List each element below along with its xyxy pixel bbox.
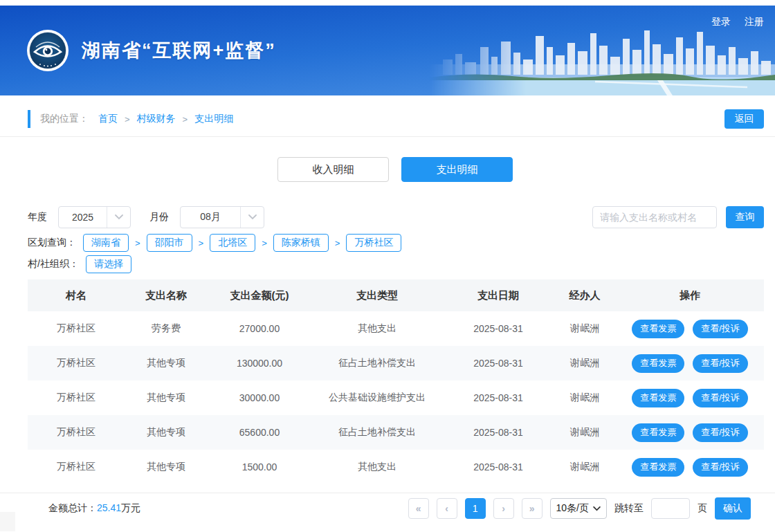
agent-cell: 谢岷洲 [554, 346, 616, 380]
view-invoice-button[interactable]: 查看发票 [632, 389, 684, 407]
region-separator: > [135, 238, 140, 248]
actions-cell: 查看发票 查看/投诉 [616, 450, 764, 484]
breadcrumb-label: 我的位置： [40, 113, 89, 125]
col-village: 村名 [28, 279, 125, 311]
tab-expense-detail[interactable]: 支出明细 [401, 157, 513, 182]
breadcrumb-home-link[interactable]: 首页 [98, 113, 118, 125]
query-button[interactable]: 查询 [726, 206, 764, 228]
city-skyline-image [429, 26, 775, 95]
view-complaint-button[interactable]: 查看/投诉 [693, 354, 748, 373]
double-chevron-right-icon: » [529, 503, 535, 514]
total-amount: 金额总计：25.41万元 [48, 502, 140, 515]
view-complaint-button[interactable]: 查看/投诉 [693, 389, 748, 407]
expense-name-cell: 劳务费 [125, 311, 208, 346]
agent-cell: 谢岷洲 [554, 311, 616, 346]
region-separator: > [262, 238, 267, 248]
expense-name-cell: 其他专项 [125, 346, 208, 380]
breadcrumb-village-finance-link[interactable]: 村级财务 [137, 113, 176, 125]
site-logo-eye-icon [26, 29, 69, 72]
expense-name-cell: 其他专项 [125, 380, 208, 415]
village-cell: 万桥社区 [28, 346, 125, 380]
type-cell: 其他支出 [311, 450, 443, 484]
left-edge-strip [0, 512, 15, 531]
agent-cell: 谢岷洲 [554, 380, 616, 415]
total-value: 25.41 [97, 502, 121, 513]
table-row: 万桥社区 其他专项 1500.00 其他支出 2025-08-31 谢岷洲 查看… [28, 450, 764, 484]
col-actions: 操作 [616, 279, 764, 311]
breadcrumb-divider [0, 136, 775, 137]
breadcrumb-expense-detail-link[interactable]: 支出明细 [194, 113, 233, 125]
village-cell: 万桥社区 [28, 311, 125, 346]
actions-cell: 查看发票 查看/投诉 [616, 415, 764, 450]
year-select[interactable]: 2025 [58, 206, 131, 228]
page-size-value: 10条/页 [556, 502, 589, 515]
amount-cell: 130000.00 [208, 346, 311, 380]
last-page-button[interactable]: » [522, 498, 542, 519]
date-cell: 2025-08-31 [443, 415, 554, 450]
village-cell: 万桥社区 [28, 415, 125, 450]
page-size-select[interactable]: 10条/页 [550, 498, 607, 519]
login-link[interactable]: 登录 [711, 16, 731, 28]
org-label: 村/社组织： [28, 258, 79, 270]
village-cell: 万桥社区 [28, 380, 125, 415]
prev-page-button[interactable]: ‹ [437, 498, 457, 519]
actions-cell: 查看发票 查看/投诉 [616, 311, 764, 346]
confirm-button[interactable]: 确认 [715, 497, 751, 520]
table-row: 万桥社区 其他专项 130000.00 征占土地补偿支出 2025-08-31 … [28, 346, 764, 380]
region-pill[interactable]: 湖南省 [83, 234, 129, 252]
org-select-pill[interactable]: 请选择 [86, 255, 131, 273]
region-pill[interactable]: 陈家桥镇 [273, 234, 329, 252]
breadcrumb-separator: > [125, 114, 130, 125]
type-cell: 征占土地补偿支出 [311, 346, 443, 380]
region-separator: > [335, 238, 340, 248]
pagination: « ‹ 1 › » 10条/页 跳转至 页 确认 [408, 497, 751, 520]
view-invoice-button[interactable]: 查看发票 [632, 320, 684, 338]
site-header: 湖南省“互联网+监督” 登录 注册 [0, 6, 775, 95]
type-cell: 征占土地补偿支出 [311, 415, 443, 450]
breadcrumb-accent-bar [28, 110, 30, 128]
chevron-left-icon: ‹ [445, 503, 448, 514]
first-page-button[interactable]: « [408, 498, 429, 519]
view-invoice-button[interactable]: 查看发票 [632, 354, 684, 373]
total-unit: 万元 [121, 502, 140, 513]
region-pills: 湖南省>邵阳市>北塔区>陈家桥镇>万桥社区 [83, 234, 401, 252]
amount-cell: 27000.00 [208, 311, 311, 346]
current-page-button[interactable]: 1 [465, 498, 486, 519]
year-select-value: 2025 [59, 212, 107, 223]
detail-tabs: 收入明细 支出明细 [0, 157, 775, 182]
date-cell: 2025-08-31 [443, 450, 554, 484]
tab-income-detail[interactable]: 收入明细 [277, 157, 389, 182]
month-label: 月份 [149, 211, 169, 223]
col-type: 支出类型 [311, 279, 443, 311]
table-header: 村名 支出名称 支出金额(元) 支出类型 支出日期 经办人 操作 [28, 279, 764, 311]
amount-cell: 30000.00 [208, 380, 311, 415]
view-complaint-button[interactable]: 查看/投诉 [693, 423, 748, 442]
search-input[interactable] [592, 206, 717, 228]
register-link[interactable]: 注册 [745, 16, 764, 28]
view-complaint-button[interactable]: 查看/投诉 [693, 458, 748, 477]
amount-cell: 65600.00 [208, 415, 311, 450]
table-body: 万桥社区 劳务费 27000.00 其他支出 2025-08-31 谢岷洲 查看… [28, 311, 764, 484]
region-separator: > [199, 238, 204, 248]
view-invoice-button[interactable]: 查看发票 [632, 423, 684, 442]
col-date: 支出日期 [443, 279, 554, 311]
region-label: 区划查询： [28, 237, 76, 249]
back-button[interactable]: 返回 [724, 109, 764, 129]
region-pill[interactable]: 万桥社区 [346, 234, 401, 252]
agent-cell: 谢岷洲 [554, 415, 616, 450]
view-complaint-button[interactable]: 查看/投诉 [693, 320, 748, 338]
next-page-button[interactable]: › [493, 498, 514, 519]
table-row: 万桥社区 劳务费 27000.00 其他支出 2025-08-31 谢岷洲 查看… [28, 311, 764, 346]
view-invoice-button[interactable]: 查看发票 [632, 458, 684, 477]
region-pill[interactable]: 邵阳市 [147, 234, 192, 252]
table-row: 万桥社区 其他专项 65600.00 征占土地补偿支出 2025-08-31 谢… [28, 415, 764, 450]
month-select[interactable]: 08月 [180, 206, 264, 228]
expense-name-cell: 其他专项 [125, 415, 208, 450]
jump-label: 跳转至 [614, 502, 644, 515]
jump-page-input[interactable] [651, 498, 690, 519]
expense-table: 村名 支出名称 支出金额(元) 支出类型 支出日期 经办人 操作 万桥社区 劳务… [28, 279, 764, 484]
auth-links: 登录 注册 [711, 16, 764, 28]
breadcrumb-separator: > [183, 114, 188, 125]
agent-cell: 谢岷洲 [554, 450, 616, 484]
region-pill[interactable]: 北塔区 [210, 234, 255, 252]
